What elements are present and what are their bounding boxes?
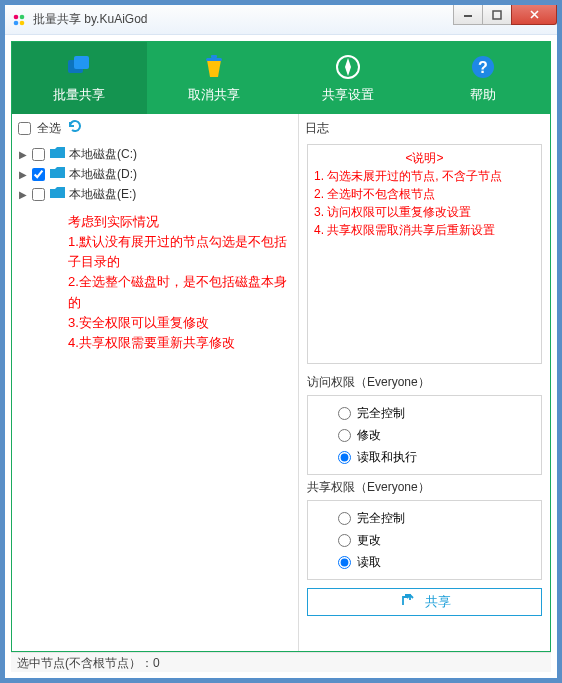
- note-line: 3.安全权限可以重复修改: [68, 313, 290, 333]
- radio-read[interactable]: 读取: [338, 551, 541, 573]
- svg-text:?: ?: [478, 59, 488, 76]
- window-controls: [454, 5, 557, 25]
- radio-input[interactable]: [338, 451, 351, 464]
- tree-row[interactable]: ▶ 本地磁盘(E:): [18, 184, 292, 204]
- expand-icon[interactable]: ▶: [18, 169, 28, 180]
- note-line: 2.全选整个磁盘时，是不包括磁盘本身的: [68, 272, 290, 312]
- tab-cancel-share[interactable]: 取消共享: [147, 42, 282, 114]
- window-title: 批量共享 by.KuAiGod: [33, 11, 454, 28]
- share-icon: [399, 593, 415, 612]
- share-button-label: 共享: [425, 593, 451, 611]
- select-all-checkbox[interactable]: [18, 122, 31, 135]
- radio-input[interactable]: [338, 534, 351, 547]
- app-window: 批量共享 by.KuAiGod 批量共享 取消共享 共享设置: [4, 4, 558, 679]
- share-perm-section: 共享权限（Everyone） 完全控制 更改 读取: [299, 475, 550, 580]
- radio-full-control[interactable]: 完全控制: [338, 402, 541, 424]
- tab-help[interactable]: ? 帮助: [416, 42, 551, 114]
- svg-rect-4: [464, 15, 472, 17]
- drive-label: 本地磁盘(C:): [69, 146, 137, 163]
- radio-label: 读取: [357, 554, 381, 571]
- radio-input[interactable]: [338, 429, 351, 442]
- tree-row[interactable]: ▶ 本地磁盘(D:): [18, 164, 292, 184]
- refresh-icon[interactable]: [67, 118, 83, 138]
- folder-icon: [49, 147, 65, 162]
- tab-share-settings[interactable]: 共享设置: [281, 42, 416, 114]
- status-text: 选中节点(不含根节点）：0: [17, 656, 160, 670]
- log-line: 1. 勾选未展开过的节点, 不含子节点: [314, 167, 535, 185]
- svg-point-0: [14, 14, 19, 19]
- folder-icon: [49, 167, 65, 182]
- folder-icon: [49, 187, 65, 202]
- titlebar[interactable]: 批量共享 by.KuAiGod: [5, 5, 557, 35]
- select-all-label: 全选: [37, 120, 61, 137]
- drive-label: 本地磁盘(E:): [69, 186, 136, 203]
- close-button[interactable]: [511, 5, 557, 25]
- share-perm-title: 共享权限（Everyone）: [307, 479, 542, 496]
- drive-tree: ▶ 本地磁盘(C:) ▶ 本地磁盘(D:) ▶: [12, 142, 298, 206]
- log-title: <说明>: [314, 149, 535, 167]
- tab-label: 帮助: [470, 86, 496, 104]
- tab-label: 共享设置: [322, 86, 374, 104]
- tree-checkbox[interactable]: [32, 168, 45, 181]
- radio-input[interactable]: [338, 407, 351, 420]
- svg-rect-9: [211, 55, 217, 58]
- right-pane: 日志 <说明> 1. 勾选未展开过的节点, 不含子节点 2. 全选时不包含根节点…: [299, 114, 550, 651]
- access-perm-section: 访问权限（Everyone） 完全控制 修改 读取和执行: [299, 370, 550, 475]
- svg-rect-7: [74, 56, 89, 69]
- log-line: 3. 访问权限可以重复修改设置: [314, 203, 535, 221]
- drive-label: 本地磁盘(D:): [69, 166, 137, 183]
- red-notes: 考虑到实际情况 1.默认没有展开过的节点勾选是不包括子目录的 2.全选整个磁盘时…: [12, 206, 298, 357]
- radio-input[interactable]: [338, 512, 351, 525]
- note-line: 1.默认没有展开过的节点勾选是不包括子目录的: [68, 232, 290, 272]
- minimize-button[interactable]: [453, 5, 483, 25]
- svg-point-1: [20, 14, 25, 19]
- radio-full-control[interactable]: 完全控制: [338, 507, 541, 529]
- main-panel: 批量共享 取消共享 共享设置 ? 帮助: [11, 41, 551, 652]
- left-toolbar: 全选: [12, 114, 298, 142]
- radio-label: 完全控制: [357, 510, 405, 527]
- tab-label: 取消共享: [188, 86, 240, 104]
- main-area: 全选 ▶ 本地磁盘(C:) ▶: [12, 114, 550, 651]
- copy-icon: [65, 53, 93, 81]
- radio-change[interactable]: 更改: [338, 529, 541, 551]
- left-pane: 全选 ▶ 本地磁盘(C:) ▶: [12, 114, 299, 651]
- expand-icon[interactable]: ▶: [18, 189, 28, 200]
- trash-icon: [200, 53, 228, 81]
- compass-icon: [334, 53, 362, 81]
- radio-modify[interactable]: 修改: [338, 424, 541, 446]
- radio-label: 读取和执行: [357, 449, 417, 466]
- tab-label: 批量共享: [53, 86, 105, 104]
- radio-label: 更改: [357, 532, 381, 549]
- access-perm-box: 完全控制 修改 读取和执行: [307, 395, 542, 475]
- log-line: 2. 全选时不包含根节点: [314, 185, 535, 203]
- log-box: <说明> 1. 勾选未展开过的节点, 不含子节点 2. 全选时不包含根节点 3.…: [307, 144, 542, 364]
- share-button[interactable]: 共享: [307, 588, 542, 616]
- radio-input[interactable]: [338, 556, 351, 569]
- log-header: 日志: [299, 114, 550, 142]
- expand-icon[interactable]: ▶: [18, 149, 28, 160]
- access-perm-title: 访问权限（Everyone）: [307, 374, 542, 391]
- svg-rect-8: [206, 58, 222, 61]
- log-label: 日志: [305, 120, 329, 137]
- statusbar: 选中节点(不含根节点）：0: [11, 652, 551, 672]
- radio-label: 完全控制: [357, 405, 405, 422]
- content: 批量共享 取消共享 共享设置 ? 帮助: [5, 35, 557, 678]
- svg-point-3: [20, 20, 25, 25]
- svg-point-2: [14, 20, 19, 25]
- tab-bulk-share[interactable]: 批量共享: [12, 42, 147, 114]
- tree-checkbox[interactable]: [32, 148, 45, 161]
- radio-label: 修改: [357, 427, 381, 444]
- app-icon: [11, 12, 27, 28]
- radio-read-exec[interactable]: 读取和执行: [338, 446, 541, 468]
- tree-checkbox[interactable]: [32, 188, 45, 201]
- log-line: 4. 共享权限需取消共享后重新设置: [314, 221, 535, 239]
- share-perm-box: 完全控制 更改 读取: [307, 500, 542, 580]
- help-icon: ?: [469, 53, 497, 81]
- tab-bar: 批量共享 取消共享 共享设置 ? 帮助: [12, 42, 550, 114]
- note-line: 4.共享权限需要重新共享修改: [68, 333, 290, 353]
- note-heading: 考虑到实际情况: [68, 212, 290, 232]
- svg-rect-5: [493, 11, 501, 19]
- maximize-button[interactable]: [482, 5, 512, 25]
- tree-row[interactable]: ▶ 本地磁盘(C:): [18, 144, 292, 164]
